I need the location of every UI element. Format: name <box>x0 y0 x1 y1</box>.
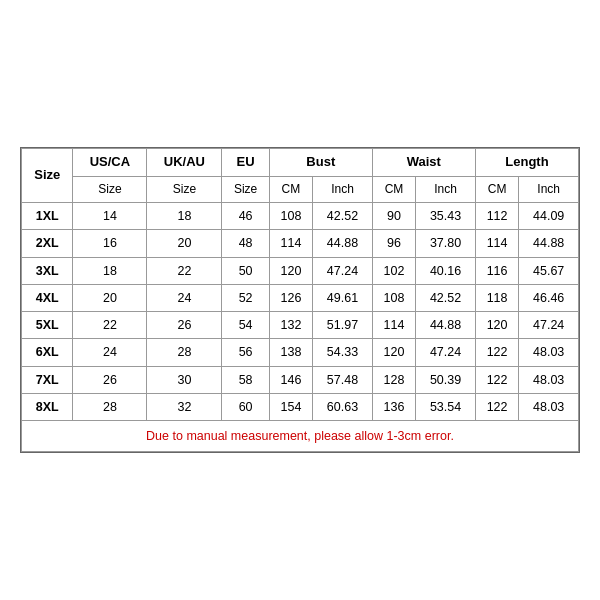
cell-1-3: 48 <box>222 230 269 257</box>
usca-header: US/CA <box>73 148 147 176</box>
cell-2-9: 45.67 <box>519 257 579 284</box>
cell-6-8: 122 <box>475 366 518 393</box>
cell-5-4: 138 <box>269 339 312 366</box>
cell-6-3: 58 <box>222 366 269 393</box>
cell-3-8: 118 <box>475 284 518 311</box>
note-row: Due to manual measurement, please allow … <box>22 421 579 452</box>
cell-2-1: 18 <box>73 257 147 284</box>
cell-3-2: 24 <box>147 284 222 311</box>
cell-2-3: 50 <box>222 257 269 284</box>
cell-3-4: 126 <box>269 284 312 311</box>
cell-0-2: 18 <box>147 203 222 230</box>
length-header: Length <box>475 148 578 176</box>
table-row: 2XL16204811444.889637.8011444.88 <box>22 230 579 257</box>
cell-2-4: 120 <box>269 257 312 284</box>
waist-inch-subheader: Inch <box>416 176 476 203</box>
table-row: 3XL18225012047.2410240.1611645.67 <box>22 257 579 284</box>
cell-4-6: 114 <box>372 312 415 339</box>
cell-1-8: 114 <box>475 230 518 257</box>
cell-3-9: 46.46 <box>519 284 579 311</box>
cell-0-1: 14 <box>73 203 147 230</box>
cell-7-8: 122 <box>475 393 518 420</box>
cell-1-1: 16 <box>73 230 147 257</box>
table-row: 7XL26305814657.4812850.3912248.03 <box>22 366 579 393</box>
bust-header: Bust <box>269 148 372 176</box>
cell-3-7: 42.52 <box>416 284 476 311</box>
note-text: Due to manual measurement, please allow … <box>22 421 579 452</box>
table-row: 1XL14184610842.529035.4311244.09 <box>22 203 579 230</box>
cell-5-9: 48.03 <box>519 339 579 366</box>
cell-5-3: 56 <box>222 339 269 366</box>
cell-6-4: 146 <box>269 366 312 393</box>
cell-4-4: 132 <box>269 312 312 339</box>
cell-0-5: 42.52 <box>313 203 373 230</box>
cell-4-2: 26 <box>147 312 222 339</box>
cell-3-3: 52 <box>222 284 269 311</box>
cell-0-9: 44.09 <box>519 203 579 230</box>
size-table: Size US/CA UK/AU EU Bust Waist Length Si… <box>21 148 579 453</box>
cell-7-6: 136 <box>372 393 415 420</box>
cell-4-3: 54 <box>222 312 269 339</box>
cell-7-7: 53.54 <box>416 393 476 420</box>
table-row: 8XL28326015460.6313653.5412248.03 <box>22 393 579 420</box>
cell-6-5: 57.48 <box>313 366 373 393</box>
cell-1-6: 96 <box>372 230 415 257</box>
size-chart-container: Size US/CA UK/AU EU Bust Waist Length Si… <box>20 147 580 454</box>
ukau-size-subheader: Size <box>147 176 222 203</box>
cell-0-3: 46 <box>222 203 269 230</box>
cell-1-7: 37.80 <box>416 230 476 257</box>
cell-1-0: 2XL <box>22 230 73 257</box>
cell-4-1: 22 <box>73 312 147 339</box>
cell-7-1: 28 <box>73 393 147 420</box>
cell-2-8: 116 <box>475 257 518 284</box>
table-body: 1XL14184610842.529035.4311244.092XL16204… <box>22 203 579 421</box>
cell-1-9: 44.88 <box>519 230 579 257</box>
cell-5-2: 28 <box>147 339 222 366</box>
cell-3-6: 108 <box>372 284 415 311</box>
cell-6-9: 48.03 <box>519 366 579 393</box>
cell-2-0: 3XL <box>22 257 73 284</box>
cell-4-8: 120 <box>475 312 518 339</box>
cell-6-0: 7XL <box>22 366 73 393</box>
cell-0-4: 108 <box>269 203 312 230</box>
cell-4-5: 51.97 <box>313 312 373 339</box>
eu-size-subheader: Size <box>222 176 269 203</box>
bust-cm-subheader: CM <box>269 176 312 203</box>
cell-7-4: 154 <box>269 393 312 420</box>
bust-inch-subheader: Inch <box>313 176 373 203</box>
cell-3-0: 4XL <box>22 284 73 311</box>
cell-4-7: 44.88 <box>416 312 476 339</box>
cell-5-8: 122 <box>475 339 518 366</box>
cell-6-7: 50.39 <box>416 366 476 393</box>
cell-5-1: 24 <box>73 339 147 366</box>
cell-5-5: 54.33 <box>313 339 373 366</box>
cell-6-2: 30 <box>147 366 222 393</box>
cell-2-6: 102 <box>372 257 415 284</box>
size-header: Size <box>22 148 73 202</box>
cell-0-8: 112 <box>475 203 518 230</box>
cell-2-5: 47.24 <box>313 257 373 284</box>
cell-7-5: 60.63 <box>313 393 373 420</box>
cell-3-5: 49.61 <box>313 284 373 311</box>
cell-7-2: 32 <box>147 393 222 420</box>
table-row: 4XL20245212649.6110842.5211846.46 <box>22 284 579 311</box>
length-inch-subheader: Inch <box>519 176 579 203</box>
cell-5-7: 47.24 <box>416 339 476 366</box>
usca-size-subheader: Size <box>73 176 147 203</box>
cell-6-6: 128 <box>372 366 415 393</box>
cell-7-0: 8XL <box>22 393 73 420</box>
cell-2-7: 40.16 <box>416 257 476 284</box>
waist-cm-subheader: CM <box>372 176 415 203</box>
table-row: 5XL22265413251.9711444.8812047.24 <box>22 312 579 339</box>
cell-5-6: 120 <box>372 339 415 366</box>
ukau-header: UK/AU <box>147 148 222 176</box>
length-cm-subheader: CM <box>475 176 518 203</box>
header-row-2: Size Size Size CM Inch CM Inch CM Inch <box>22 176 579 203</box>
cell-4-0: 5XL <box>22 312 73 339</box>
cell-3-1: 20 <box>73 284 147 311</box>
eu-header: EU <box>222 148 269 176</box>
cell-6-1: 26 <box>73 366 147 393</box>
cell-1-5: 44.88 <box>313 230 373 257</box>
cell-0-0: 1XL <box>22 203 73 230</box>
waist-header: Waist <box>372 148 475 176</box>
